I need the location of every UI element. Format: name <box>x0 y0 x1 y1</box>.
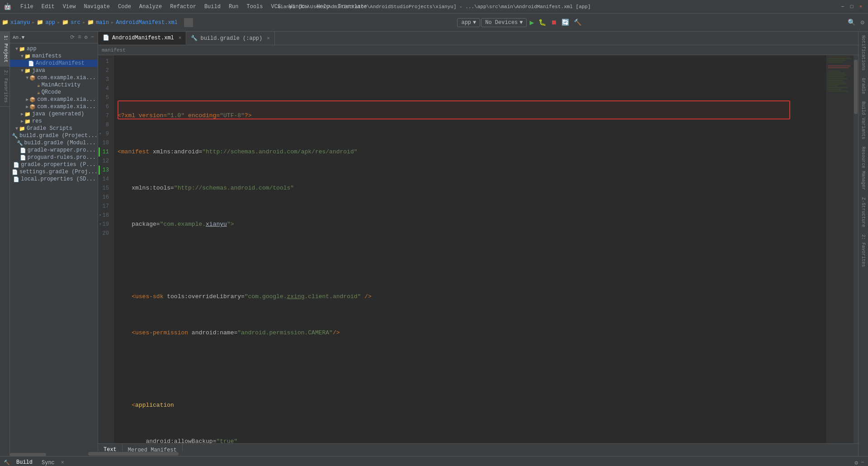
build-gradle-project-label: build.gradle (Project... <box>19 133 98 139</box>
maximize-button[interactable]: □ <box>848 3 855 10</box>
tree-package2[interactable]: ▶ 📦 com.example.xia... <box>10 96 98 103</box>
menu-edit[interactable]: Edit <box>38 3 58 11</box>
debug-button[interactable]: 🐛 <box>537 18 548 27</box>
gradle-tab-close[interactable]: × <box>267 36 270 41</box>
tree-java-generated[interactable]: ▶ 📁 java (generated) <box>10 110 98 118</box>
line-num-19: ▾ 19 <box>98 220 112 229</box>
tree-gradle-properties[interactable]: 📄 gradle.properties (P... <box>10 161 98 168</box>
device-dropdown-icon: ▼ <box>519 19 523 26</box>
mini-map-content <box>827 55 854 93</box>
menu-file[interactable]: File <box>17 3 37 11</box>
menu-navigate[interactable]: Navigate <box>80 3 113 11</box>
tree-gradle-scripts[interactable]: ▼ 📁 Gradle Scripts <box>10 125 98 132</box>
tree-proguard[interactable]: 📄 proguard-rules.pro... <box>10 154 98 161</box>
line-num-4: 4 <box>98 84 112 93</box>
panel-minimize-icon[interactable]: − <box>861 459 864 466</box>
stop-button[interactable]: ⏹ <box>549 18 559 27</box>
project-name[interactable]: xianyu <box>10 19 30 26</box>
manifest-file-icon: 📄 <box>28 61 34 67</box>
gradle-label[interactable]: Gradle <box>860 74 867 98</box>
file-name[interactable]: AndroidManifest.xml <box>116 19 178 26</box>
gradle-folder-icon: 📁 <box>19 126 25 132</box>
src-name[interactable]: src <box>71 19 80 26</box>
module-name[interactable]: app <box>45 19 55 26</box>
tree-build-gradle-project[interactable]: 🔧 build.gradle (Project... <box>10 132 98 139</box>
fold-arrow-9: ▾ <box>99 129 101 138</box>
title-bar: 🤖 File Edit View Navigate Code Analyze R… <box>0 0 868 14</box>
menu-analyze[interactable]: Analyze <box>136 3 165 11</box>
device-selector[interactable]: No Devices ▼ <box>481 18 527 27</box>
tree-build-gradle-module[interactable]: 🔧 build.gradle (Modul... <box>10 139 98 147</box>
tree-gradle-wrapper[interactable]: 📄 gradle-wrapper.pro... <box>10 147 98 154</box>
panel-settings-icon[interactable]: ⚙ <box>854 459 858 466</box>
menu-refactor[interactable]: Refactor <box>166 3 200 11</box>
tree-java[interactable]: ▼ 📁 java <box>10 67 98 74</box>
panel-view-selector[interactable]: An.▼ <box>13 35 24 40</box>
resource-manager-label[interactable]: Resource Manager <box>860 143 867 194</box>
minimize-button[interactable]: − <box>839 3 846 10</box>
tree-android-manifest[interactable]: 📄 AndroidManifest <box>10 60 98 67</box>
settings-button[interactable]: ⚙ <box>859 18 866 27</box>
z-structure-label[interactable]: Z-Structure <box>860 194 867 231</box>
run-button[interactable]: ▶ <box>528 17 536 28</box>
device-name: No Devices <box>485 19 518 26</box>
tree-manifests[interactable]: ▼ 📁 manifests <box>10 52 98 60</box>
sync-close-btn[interactable]: × <box>61 460 64 466</box>
toolbar: 📁 xianyu ▸ 📁 app ▸ 📁 src ▸ 📁 main ▸ Andr… <box>0 14 868 32</box>
breadcrumb: 📁 xianyu ▸ 📁 app ▸ 📁 src ▸ 📁 main ▸ Andr… <box>2 19 178 26</box>
run-config-selector[interactable]: app ▼ <box>457 18 480 27</box>
tree-app[interactable]: ▼ 📁 app <box>10 45 98 52</box>
line-num-18: ▾ 18 <box>98 211 112 220</box>
package2-folder-icon: 📦 <box>29 97 36 103</box>
favorites-label[interactable]: 2: Favorites <box>860 231 867 271</box>
editor-v-scrollbar[interactable] <box>854 55 858 443</box>
menu-run[interactable]: Run <box>225 3 242 11</box>
project-tab[interactable]: 1: Project <box>0 32 9 67</box>
tab-build-gradle[interactable]: 🔧 build.gradle (:app) × <box>186 32 274 45</box>
gradle-tab-label: build.gradle (:app) <box>200 35 262 42</box>
qrcode-icon: ☕ <box>37 90 40 95</box>
main-name[interactable]: main <box>96 19 109 26</box>
menu-tools[interactable]: Tools <box>243 3 267 11</box>
search-button[interactable]: 🔍 <box>846 18 857 27</box>
sync-icon[interactable]: ⟳ <box>69 33 75 41</box>
menu-view[interactable]: View <box>59 3 80 11</box>
package2-label: com.example.xia... <box>37 96 96 103</box>
src-icon: 📁 <box>62 19 69 26</box>
menu-build[interactable]: Build <box>201 3 224 11</box>
tab-android-manifest[interactable]: 📄 AndroidManifest.xml × <box>98 32 186 45</box>
tree-local-properties[interactable]: 📄 local.properties (SD... <box>10 176 98 183</box>
arrow-icon: ▼ <box>15 47 18 52</box>
res-folder-icon: 📁 <box>24 119 31 124</box>
navigate-back-button[interactable] <box>184 18 193 27</box>
collapse-icon[interactable]: ≡ <box>77 33 82 41</box>
manifest-tab-close[interactable]: × <box>179 35 182 41</box>
code-editor: 1 2 3 4 5 6 7 8 ▾ 9 10 11 <box>98 55 858 443</box>
panel-h-scrollbar[interactable] <box>10 452 98 456</box>
build-tab[interactable]: Build <box>14 458 35 466</box>
close-button[interactable]: × <box>857 3 864 10</box>
line-num-12: 12 <box>98 157 112 166</box>
java-gen-folder-icon: 📁 <box>24 111 31 117</box>
menu-code[interactable]: Code <box>114 3 135 11</box>
tree-settings-gradle[interactable]: 📄 settings.gradle (Proj... <box>10 168 98 176</box>
sync-tab[interactable]: Sync <box>39 459 57 466</box>
tree-package1[interactable]: ▼ 📦 com.example.xia... <box>10 74 98 81</box>
tree-package3[interactable]: ▶ 📦 com.example.xia... <box>10 103 98 110</box>
line-num-20: 20 <box>98 229 112 238</box>
tree-res[interactable]: ▶ 📁 res <box>10 118 98 125</box>
tree-main-activity[interactable]: ☕ MainActivity <box>10 81 98 89</box>
app-label: app <box>27 46 37 52</box>
notifications-label[interactable]: Notifications <box>860 32 867 74</box>
close-panel-icon[interactable]: − <box>90 33 95 41</box>
favorites-tab[interactable]: 2: Favorites <box>0 67 9 107</box>
package1-folder-icon: 📦 <box>29 75 36 81</box>
code-content[interactable]: <?xml version="1.0" encoding="UTF-8"?> <… <box>114 55 826 443</box>
build-variants-label[interactable]: Build Variants <box>860 98 867 143</box>
project-panel: An.▼ ⟳ ≡ ⚙ − ▼ 📁 app ▼ 📁 manifests <box>10 32 98 456</box>
sync-button[interactable]: 🔄 <box>560 18 571 27</box>
settings-icon[interactable]: ⚙ <box>84 33 89 41</box>
build-button[interactable]: 🔨 <box>572 18 583 27</box>
tree-qrcode[interactable]: ☕ QRcode <box>10 89 98 96</box>
v-scroll-thumb <box>854 60 858 114</box>
